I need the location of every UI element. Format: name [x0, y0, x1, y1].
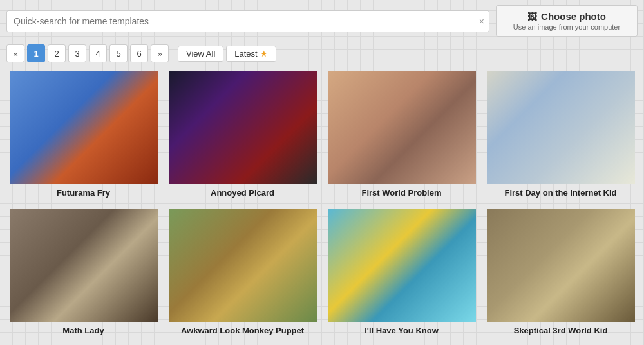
- search-clear-button[interactable]: ×: [479, 16, 484, 26]
- latest-label: Latest: [234, 49, 257, 59]
- meme-label-monkey: Awkward Look Monkey Puppet: [181, 326, 304, 337]
- meme-item-s3wk[interactable]: Skeptical 3rd World Kid: [481, 205, 640, 343]
- choose-photo-label: Choose photo: [541, 11, 606, 22]
- next-page-button[interactable]: »: [151, 44, 169, 62]
- meme-label-fry: Futurama Fry: [57, 188, 110, 199]
- meme-image-fwp: [328, 71, 476, 184]
- latest-button[interactable]: Latest ★: [226, 46, 276, 62]
- choose-photo-title: 🖼 Choose photo: [527, 11, 606, 22]
- file-icon: 🖼: [527, 11, 537, 22]
- page-button-1[interactable]: 1: [27, 44, 45, 62]
- meme-item-fwp[interactable]: First World Problem: [322, 68, 481, 205]
- view-all-button[interactable]: View All: [178, 46, 223, 62]
- choose-photo-subtitle: Use an image from your computer: [513, 23, 620, 31]
- meme-label-fdiik: First Day on the Internet Kid: [504, 188, 616, 199]
- meme-image-picard: [169, 71, 317, 184]
- page-button-6[interactable]: 6: [130, 44, 148, 62]
- meme-item-monkey[interactable]: Awkward Look Monkey Puppet: [163, 205, 322, 343]
- choose-photo-button[interactable]: 🖼 Choose photo Use an image from your co…: [496, 5, 638, 37]
- meme-grid: Futurama Fry Annoyed Picard First World …: [0, 68, 644, 343]
- meme-image-s3wk: [487, 209, 635, 322]
- meme-item-fdiik[interactable]: First Day on the Internet Kid: [481, 68, 640, 205]
- meme-image-monkey: [169, 209, 317, 322]
- top-bar: × 🖼 Choose photo Use an image from your …: [0, 0, 644, 42]
- page-button-2[interactable]: 2: [48, 44, 66, 62]
- meme-image-math: [10, 209, 158, 322]
- meme-item-fry[interactable]: Futurama Fry: [4, 68, 163, 205]
- page-button-3[interactable]: 3: [68, 44, 86, 62]
- prev-page-button[interactable]: «: [6, 44, 24, 62]
- pagination-bar: « 1 2 3 4 5 6 » View All Latest ★: [0, 42, 644, 68]
- star-icon: ★: [260, 49, 268, 59]
- page-button-4[interactable]: 4: [89, 44, 107, 62]
- search-input[interactable]: [6, 10, 489, 32]
- meme-image-fdiik: [487, 71, 635, 184]
- meme-item-sponge[interactable]: I'll Have You Know: [322, 205, 481, 343]
- page-button-5[interactable]: 5: [109, 44, 128, 62]
- meme-label-picard: Annoyed Picard: [211, 188, 274, 199]
- meme-image-sponge: [328, 209, 476, 322]
- meme-item-picard[interactable]: Annoyed Picard: [163, 68, 322, 205]
- meme-item-math[interactable]: Math Lady: [4, 205, 163, 343]
- meme-label-fwp: First World Problem: [362, 188, 442, 199]
- search-wrapper: ×: [6, 10, 489, 32]
- meme-label-s3wk: Skeptical 3rd World Kid: [514, 326, 608, 337]
- meme-image-fry: [10, 71, 158, 184]
- meme-label-sponge: I'll Have You Know: [365, 326, 439, 337]
- meme-label-math: Math Lady: [62, 326, 104, 337]
